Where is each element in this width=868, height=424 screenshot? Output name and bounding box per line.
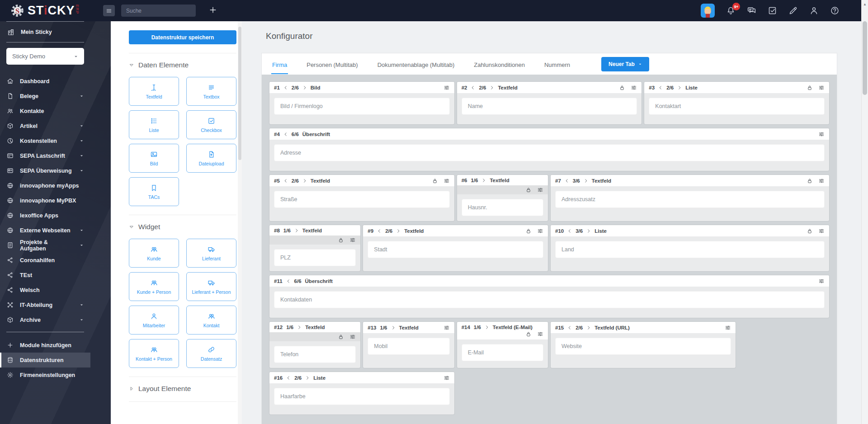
tool-button-kontakt-person[interactable]: Kontakt + Person: [129, 339, 179, 368]
workspace-select[interactable]: Sticky Demo: [6, 48, 84, 65]
sidebar-item-it-abteilung[interactable]: IT-Abteilung: [0, 297, 90, 312]
field-input[interactable]: Adresse: [274, 144, 825, 161]
chevron-left-icon[interactable]: [286, 376, 291, 380]
field-input[interactable]: Mobil: [368, 338, 449, 355]
field-input[interactable]: Bild / Firmenlogo: [274, 98, 450, 115]
tool-button-checkbox[interactable]: Checkbox: [186, 110, 236, 139]
sidebar-toggle-button[interactable]: [103, 5, 115, 16]
tool-button-textfeld[interactable]: Textfeld: [129, 77, 179, 106]
tool-button-mitarbeiter[interactable]: Mitarbeiter: [129, 306, 179, 334]
lock-icon[interactable]: [619, 85, 625, 91]
sidebar-item-artikel[interactable]: Artikel: [0, 118, 90, 133]
chevron-left-icon[interactable]: [567, 325, 572, 330]
tab-personen-multitab[interactable]: Personen (Multitab): [306, 54, 359, 74]
page-scrollbar-thumb[interactable]: [863, 21, 867, 95]
chevron-left-icon[interactable]: [283, 132, 288, 137]
tool-button-textbox[interactable]: Textbox: [186, 77, 236, 106]
sidebar-item-innovaphone-mypbx[interactable]: innovaphone MyPBX: [0, 193, 90, 208]
field-card-2[interactable]: #2 2/6 Textfeld Name: [457, 82, 642, 124]
add-button[interactable]: [208, 5, 218, 15]
sliders-icon[interactable]: [349, 334, 356, 340]
chevron-right-icon[interactable]: [297, 325, 302, 330]
sliders-icon[interactable]: [349, 237, 356, 243]
user-avatar[interactable]: [701, 4, 715, 18]
chevron-right-icon[interactable]: [391, 325, 396, 330]
sliders-icon[interactable]: [443, 375, 450, 381]
lock-icon[interactable]: [807, 228, 813, 234]
field-card-7[interactable]: #7 3/6 Textfeld Adresszusatz: [551, 175, 829, 221]
chevron-right-icon[interactable]: [302, 179, 307, 183]
page-scrollbar[interactable]: ▲: [861, 0, 868, 424]
field-card-8[interactable]: #8 1/6 Textfeld PLZ: [269, 225, 360, 271]
new-tab-button[interactable]: Neuer Tab: [601, 57, 649, 71]
tool-button-lieferant[interactable]: Lieferant: [186, 239, 236, 268]
chevron-right-icon[interactable]: [586, 325, 591, 330]
section-layout-elemente[interactable]: Layout Elemente: [129, 385, 229, 393]
lock-icon[interactable]: [807, 85, 813, 91]
sidebar-item-kontakte[interactable]: Kontakte: [0, 104, 90, 118]
toolbox-scrollbar-thumb[interactable]: [238, 27, 241, 160]
field-input[interactable]: Hausnr.: [462, 199, 543, 216]
field-input[interactable]: Kontakdaten: [274, 291, 825, 308]
field-card-12[interactable]: #12 1/6 Textfeld Telefon: [269, 322, 360, 368]
tool-button-liste[interactable]: Liste: [129, 110, 179, 139]
lock-icon[interactable]: [525, 331, 532, 337]
chevron-left-icon[interactable]: [286, 279, 291, 283]
tool-button-tacs[interactable]: TACs: [129, 177, 179, 206]
chevron-left-icon[interactable]: [283, 179, 288, 183]
chevron-right-icon[interactable]: [584, 179, 588, 183]
tab-firma[interactable]: Firma: [271, 54, 288, 74]
lock-icon[interactable]: [432, 178, 438, 184]
field-card-14[interactable]: #14 1/6 Textfeld (E-Mail) E-Mail: [457, 322, 548, 368]
lock-icon[interactable]: [525, 187, 532, 193]
field-input[interactable]: Land: [555, 241, 825, 258]
sliders-icon[interactable]: [443, 325, 450, 331]
chevron-right-icon[interactable]: [485, 325, 489, 330]
tool-button-bild[interactable]: Bild: [129, 144, 179, 173]
sidebar-item-welsch[interactable]: Welsch: [0, 283, 90, 297]
field-card-15[interactable]: #15 2/6 Textfeld (URL) Website: [551, 322, 736, 368]
lock-icon[interactable]: [338, 237, 344, 243]
edit-button[interactable]: [788, 6, 798, 15]
field-input[interactable]: Telefon: [274, 346, 356, 363]
chevron-left-icon[interactable]: [658, 85, 663, 90]
tool-button-kontakt[interactable]: Kontakt: [186, 306, 236, 334]
chevron-right-icon[interactable]: [677, 85, 682, 90]
sidebar-item-test[interactable]: TEst: [0, 268, 90, 283]
field-input[interactable]: Stadt: [368, 241, 543, 258]
sliders-icon[interactable]: [537, 187, 543, 193]
chevron-right-icon[interactable]: [302, 85, 307, 90]
sliders-icon[interactable]: [631, 85, 637, 91]
field-card-16[interactable]: #16 2/6 Liste Haarfarbe: [269, 372, 454, 415]
chevron-left-icon[interactable]: [565, 179, 569, 183]
sliders-icon[interactable]: [818, 131, 825, 137]
sidebar-item-sepa-lastschrift[interactable]: SEPA Lastschrift: [0, 148, 90, 163]
tab-zahlunskonditionen[interactable]: Zahlunskonditionen: [473, 54, 526, 74]
sidebar-item-kostenstellen[interactable]: Kostenstellen: [0, 133, 90, 148]
sidebar-item-archive[interactable]: Archive: [0, 312, 90, 327]
help-button[interactable]: [830, 6, 840, 15]
chevron-right-icon[interactable]: [396, 229, 401, 233]
sidebar-item-dashboard[interactable]: Dashboard: [0, 74, 90, 89]
field-card-11[interactable]: #11 6/6 Überschrift Kontakdaten: [269, 275, 829, 318]
tool-button-kunde-person[interactable]: Kunde + Person: [129, 272, 179, 301]
search-input[interactable]: [121, 5, 196, 17]
sliders-icon[interactable]: [818, 85, 825, 91]
lock-icon[interactable]: [807, 178, 813, 184]
sidebar-item-externe-webseiten[interactable]: Externe Webseiten: [0, 223, 90, 238]
chevron-right-icon[interactable]: [586, 229, 591, 233]
field-card-10[interactable]: #10 3/6 Liste Land: [551, 225, 829, 271]
sidebar-item-firmeneinstellungen[interactable]: Firmeneinstellungen: [0, 367, 90, 382]
field-input[interactable]: Website: [555, 338, 731, 355]
field-card-13[interactable]: #13 1/6 Textfeld Mobil: [363, 322, 454, 368]
tool-button-lieferant-person[interactable]: Lieferant + Person: [186, 272, 236, 301]
field-input[interactable]: PLZ: [274, 249, 356, 266]
field-card-4[interactable]: #4 6/6 Überschrift Adresse: [269, 128, 829, 171]
sliders-icon[interactable]: [537, 331, 543, 337]
field-card-3[interactable]: #3 2/6 Liste Kontaktart: [644, 82, 829, 124]
tab-nummern[interactable]: Nummern: [543, 54, 571, 74]
sliders-icon[interactable]: [818, 178, 825, 184]
sliders-icon[interactable]: [818, 278, 825, 284]
sidebar-item-sepa-überweisung[interactable]: SEPA Überweisung: [0, 163, 90, 178]
sidebar-item-mein-sticky[interactable]: Mein Sticky: [0, 22, 90, 42]
